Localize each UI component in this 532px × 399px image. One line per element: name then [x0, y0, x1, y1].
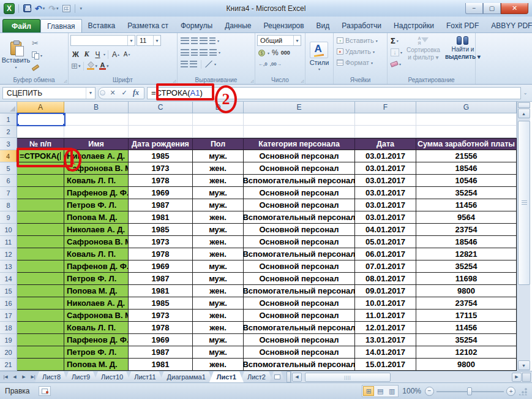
cell-G11[interactable]: 18546 [416, 236, 517, 248]
shrink-font-button[interactable]: А [122, 49, 132, 59]
cell-A10[interactable] [17, 224, 64, 236]
tab-scrollbar-splitter[interactable] [287, 371, 291, 382]
chevron-down-icon[interactable]: ▼ [86, 88, 95, 99]
dialog-launcher-icon[interactable]: ◿ [301, 78, 304, 83]
cell-D3[interactable]: Пол [193, 138, 244, 150]
align-left-icon[interactable] [181, 49, 189, 56]
cell-G19[interactable]: 35254 [416, 334, 517, 346]
cell-D13[interactable]: муж. [193, 260, 244, 273]
cell-C12[interactable]: 1978 [129, 248, 193, 260]
cell-F1[interactable] [355, 113, 416, 126]
cell-A8[interactable] [17, 199, 64, 211]
thousands-separator-icon[interactable]: 000 [281, 50, 290, 56]
cell-F7[interactable]: 03.01.2017 [355, 187, 416, 199]
scroll-up-icon[interactable]: ▲ [518, 108, 530, 118]
cell-C10[interactable]: 1985 [129, 224, 193, 236]
scroll-down-icon[interactable]: ▼ [518, 360, 530, 370]
ribbon-tab-файл[interactable]: Файл [2, 19, 40, 32]
cell-B18[interactable]: Коваль Л. П. [64, 322, 129, 334]
format-cells-button[interactable]: Формат▾ [335, 57, 385, 68]
cell-F19[interactable]: 13.01.2017 [355, 334, 416, 346]
cell-D4[interactable]: муж. [193, 150, 244, 162]
cell-G4[interactable]: 21556 [416, 150, 517, 162]
cell-A14[interactable] [17, 273, 64, 285]
excel-logo-icon[interactable]: X [4, 3, 15, 14]
sheet-tab-лист1[interactable]: Лист1 [209, 371, 244, 382]
cell-A5[interactable] [17, 162, 64, 175]
row-header-1[interactable]: 1 [0, 113, 17, 126]
column-header-A[interactable]: A [17, 102, 64, 113]
wrap-text-icon[interactable] [205, 61, 212, 67]
cell-G2[interactable] [416, 126, 517, 138]
row-header-3[interactable]: 3 [0, 138, 17, 150]
cell-F10[interactable]: 04.01.2017 [355, 224, 416, 236]
cell-B14[interactable]: Петров Ф. Л. [64, 273, 129, 285]
cell-C11[interactable]: 1973 [129, 236, 193, 248]
underline-dropdown-icon[interactable]: ▾ [103, 52, 105, 56]
page-break-view-icon[interactable]: ▥ [386, 386, 397, 396]
cell-B8[interactable]: Петров Ф. Л. [64, 199, 129, 211]
tab-area-sizer[interactable] [522, 373, 531, 382]
dialog-launcher-icon[interactable]: ◿ [173, 78, 176, 83]
sheet-tab-лист8[interactable]: Лист8 [35, 371, 68, 382]
cell-G18[interactable]: 11456 [416, 322, 517, 334]
cell-E4[interactable]: Основной персонал [244, 150, 355, 162]
cell-E7[interactable]: Основной персонал [244, 187, 355, 199]
cell-A18[interactable] [17, 322, 64, 334]
cell-E5[interactable]: Основной персонал [244, 162, 355, 175]
currency-icon[interactable]: $ [258, 50, 265, 56]
cell-B1[interactable] [64, 113, 129, 126]
zoom-in-icon[interactable]: ＋ [506, 387, 515, 396]
find-select-button[interactable]: Найти ивыделить ▾ [443, 35, 482, 75]
sheet-tab-лист9[interactable]: Лист9 [64, 371, 97, 382]
cell-C14[interactable]: 1987 [129, 273, 193, 285]
number-format-combo[interactable]: Общий▼ [257, 35, 301, 46]
cell-G12[interactable]: 12821 [416, 248, 517, 260]
row-header-11[interactable]: 11 [0, 236, 17, 248]
cell-F16[interactable]: 10.01.2017 [355, 297, 416, 310]
row-header-15[interactable]: 15 [0, 285, 17, 297]
decrease-decimal-icon[interactable]: ,00→ [270, 61, 282, 67]
bold-button[interactable]: Ж [70, 49, 81, 59]
cut-button[interactable]: ✂ [30, 38, 44, 48]
macro-record-button[interactable] [39, 386, 51, 396]
dialog-launcher-icon[interactable]: ◿ [64, 78, 67, 83]
cell-A11[interactable] [17, 236, 64, 248]
sheet-tab-диаграмма1[interactable]: Диаграмма1 [160, 371, 213, 382]
row-header-14[interactable]: 14 [0, 273, 17, 285]
resize-grip[interactable] [519, 387, 527, 395]
increase-decimal-icon[interactable]: ←,0 [258, 61, 268, 67]
cell-B3[interactable]: Имя [64, 138, 129, 150]
cell-D20[interactable]: муж. [193, 346, 244, 359]
cell-C9[interactable]: 1981 [129, 211, 193, 224]
cell-A7[interactable] [17, 187, 64, 199]
cell-F3[interactable]: Дата [355, 138, 416, 150]
ribbon-tab-вид[interactable]: Вид [310, 19, 336, 32]
cell-F9[interactable]: 03.01.2017 [355, 211, 416, 224]
cell-G1[interactable] [416, 113, 517, 126]
cell-D7[interactable]: муж. [193, 187, 244, 199]
cell-C7[interactable]: 1969 [129, 187, 193, 199]
cell-G5[interactable]: 18546 [416, 162, 517, 175]
ribbon-tab-разметка-ст[interactable]: Разметка ст [121, 19, 174, 32]
cell-E10[interactable]: Основной персонал [244, 224, 355, 236]
autosum-button[interactable]: Σ▾ [389, 36, 403, 46]
cell-G17[interactable]: 17115 [416, 310, 517, 322]
cell-G8[interactable]: 11456 [416, 199, 517, 211]
cell-B17[interactable]: Сафронова В. М. [64, 310, 129, 322]
column-header-F[interactable]: F [355, 102, 416, 113]
cell-C6[interactable]: 1978 [129, 175, 193, 187]
row-header-2[interactable]: 2 [0, 126, 17, 138]
cell-C5[interactable]: 1973 [129, 162, 193, 175]
cell-F15[interactable]: 09.01.2017 [355, 285, 416, 297]
cell-C21[interactable]: 1981 [129, 359, 193, 371]
cell-B21[interactable]: Попова М. Д. [64, 359, 129, 371]
cell-A20[interactable] [17, 346, 64, 359]
cell-G15[interactable]: 9800 [416, 285, 517, 297]
cell-B2[interactable] [64, 126, 129, 138]
cell-E21[interactable]: Вспомогательный персонал [244, 359, 355, 371]
insert-function-button[interactable]: fx [130, 88, 141, 99]
cell-B19[interactable]: Парфенов Д. Ф. [64, 334, 129, 346]
cell-F13[interactable]: 07.01.2017 [355, 260, 416, 273]
cell-B11[interactable]: Сафронова В. М. [64, 236, 129, 248]
